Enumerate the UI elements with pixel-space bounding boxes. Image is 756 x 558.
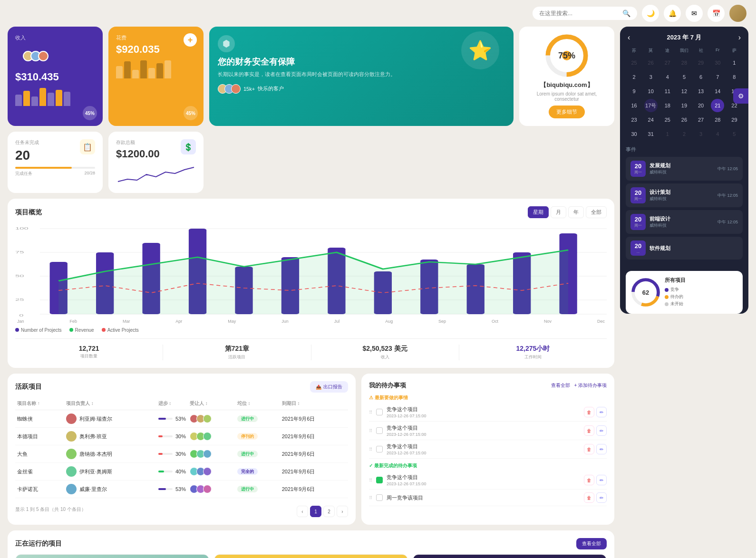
mgr-avatar-2 xyxy=(66,449,77,459)
cell-due-3: 2021年9月6日 xyxy=(280,463,348,481)
cal-day-8[interactable]: 8 xyxy=(727,70,741,84)
cal-day-5[interactable]: 5 xyxy=(727,127,741,141)
event-day-3: ... xyxy=(633,250,643,254)
todo-cb-2[interactable] xyxy=(376,427,383,434)
cal-day-4[interactable]: 4 xyxy=(711,127,724,141)
cal-day-3[interactable]: 3 xyxy=(694,127,708,141)
cal-day-29[interactable]: 29 xyxy=(694,56,708,69)
dark-mode-btn[interactable]: 🌙 xyxy=(642,5,659,22)
table-row: 卡萨诺瓦 威廉·里查尔 53% 进行中 2021年9月 xyxy=(15,481,348,498)
cal-day-13[interactable]: 13 xyxy=(694,85,708,98)
cal-day-17号[interactable]: 17号 xyxy=(644,99,658,112)
cal-settings-btn[interactable]: ⚙ xyxy=(733,88,748,104)
search-box[interactable]: 🔍 xyxy=(533,7,637,20)
tab-week[interactable]: 星期 xyxy=(528,206,549,218)
cal-day-2[interactable]: 2 xyxy=(678,127,691,141)
cal-day-29[interactable]: 29 xyxy=(727,113,741,126)
calendar-btn[interactable]: 📅 xyxy=(708,5,725,22)
page-1-btn[interactable]: 1 xyxy=(310,506,321,517)
cal-day-11[interactable]: 11 xyxy=(661,85,674,98)
cal-day-4[interactable]: 4 xyxy=(661,70,674,84)
add-todo-btn[interactable]: + 添加待办事项 xyxy=(574,382,607,389)
cal-day-14[interactable]: 14 xyxy=(711,85,724,98)
edit-todo-5-btn[interactable]: ✏ xyxy=(596,492,607,503)
revenue-amount: $310.435 xyxy=(15,71,95,83)
cal-day-19[interactable]: 19 xyxy=(678,99,691,112)
cal-day-2[interactable]: 2 xyxy=(628,70,641,84)
delete-todo-1-btn[interactable]: 🗑 xyxy=(584,407,594,417)
cal-day-23[interactable]: 23 xyxy=(628,113,641,126)
cal-day-9[interactable]: 9 xyxy=(628,85,641,98)
dh-sa: 萨 xyxy=(726,46,743,56)
mail-btn[interactable]: ✉ xyxy=(686,5,703,22)
cal-day-26[interactable]: 26 xyxy=(644,56,658,69)
cal-day-27[interactable]: 27 xyxy=(661,56,674,69)
tab-month[interactable]: 月 xyxy=(551,206,566,218)
cal-day-24[interactable]: 24 xyxy=(644,113,658,126)
todo-item-5: ⠿ 周一竞争该项目 🗑 ✏ xyxy=(369,490,607,506)
svg-text:25: 25 xyxy=(15,298,24,302)
view-all-todo-btn[interactable]: 查看全部 xyxy=(551,382,570,389)
col-status: 坨位 ↕ xyxy=(235,397,280,410)
cal-day-31[interactable]: 31 xyxy=(644,127,658,141)
tasks-progress-label: 完成任务 xyxy=(15,171,32,177)
cal-day-16[interactable]: 16 xyxy=(628,99,641,112)
cal-day-3[interactable]: 3 xyxy=(644,70,658,84)
edit-todo-4-btn[interactable]: ✏ xyxy=(596,475,607,485)
todo-cb-1[interactable] xyxy=(376,409,383,415)
cell-assignees-3 xyxy=(188,463,235,481)
cal-next-btn[interactable]: › xyxy=(738,33,741,42)
prev-page-btn[interactable]: ‹ xyxy=(297,506,308,517)
todo-date-4: 2023-12-26 07:15:00 xyxy=(387,481,580,486)
delete-todo-5-btn[interactable]: 🗑 xyxy=(584,492,594,503)
savings-num: $1200.00 xyxy=(116,148,160,160)
cal-day-28[interactable]: 28 xyxy=(711,113,724,126)
dh-su: 苏 xyxy=(626,46,642,56)
search-input[interactable] xyxy=(539,10,620,17)
month-may: May xyxy=(228,319,236,324)
tab-year[interactable]: 年 xyxy=(568,206,584,218)
todo-actions-4: 🗑 ✏ xyxy=(584,475,607,485)
delete-todo-3-btn[interactable]: 🗑 xyxy=(584,444,594,454)
cal-day-21[interactable]: 21 xyxy=(711,99,724,112)
cal-day-10[interactable]: 10 xyxy=(644,85,658,98)
cal-grid-wrap: 苏 莫 途 我们 社 Fr 萨 252627282930123456789101… xyxy=(620,46,748,141)
delete-todo-2-btn[interactable]: 🗑 xyxy=(584,425,594,436)
event-date-0: 20 周一 xyxy=(630,161,646,177)
user-avatar[interactable] xyxy=(729,5,746,22)
page-2-btn[interactable]: 2 xyxy=(323,506,335,517)
svg-text:100: 100 xyxy=(15,226,29,231)
rp-card-2: 🐱 前端设计 21+ 团队 到期日 2021年9月6日 xyxy=(214,554,408,558)
cal-day-5[interactable]: 5 xyxy=(678,70,691,84)
edit-todo-2-btn[interactable]: ✏ xyxy=(596,425,607,436)
todo-cb-5[interactable] xyxy=(376,494,383,501)
next-page-btn[interactable]: › xyxy=(337,506,348,517)
cal-day-28[interactable]: 28 xyxy=(678,56,691,69)
more-details-btn[interactable]: 更多细节 xyxy=(549,106,585,118)
cal-prev-btn[interactable]: ‹ xyxy=(628,33,630,42)
cal-day-27[interactable]: 27 xyxy=(694,113,708,126)
cal-day-18[interactable]: 18 xyxy=(661,99,674,112)
cal-day-7[interactable]: 7 xyxy=(711,70,724,84)
edit-todo-1-btn[interactable]: ✏ xyxy=(596,407,607,417)
export-btn[interactable]: 📤 出口报告 xyxy=(310,381,348,393)
cal-day-30[interactable]: 30 xyxy=(628,127,641,141)
cal-day-25[interactable]: 25 xyxy=(661,113,674,126)
cal-day-6[interactable]: 6 xyxy=(694,70,708,84)
event-info-0: 发展规划 威特科技 xyxy=(649,162,714,175)
cal-day-12[interactable]: 12 xyxy=(678,85,691,98)
cal-day-25[interactable]: 25 xyxy=(628,56,641,69)
cal-day-20[interactable]: 20 xyxy=(694,99,708,112)
tab-all[interactable]: 全部 xyxy=(586,206,607,218)
view-all-rp-btn[interactable]: 查看全部 xyxy=(576,538,607,549)
todo-cb-4[interactable] xyxy=(376,477,383,483)
todo-cb-3[interactable] xyxy=(376,446,383,452)
edit-todo-3-btn[interactable]: ✏ xyxy=(596,444,607,454)
cal-day-1[interactable]: 1 xyxy=(727,56,741,69)
project-overview-card: 项目概览 星期 月 年 全部 100 75 50 25 0 xyxy=(8,199,614,368)
notifications-btn[interactable]: 🔔 xyxy=(664,5,681,22)
delete-todo-4-btn[interactable]: 🗑 xyxy=(584,475,594,485)
cal-day-26[interactable]: 26 xyxy=(678,113,691,126)
cal-day-1[interactable]: 1 xyxy=(661,127,674,141)
cal-day-30[interactable]: 30 xyxy=(711,56,724,69)
